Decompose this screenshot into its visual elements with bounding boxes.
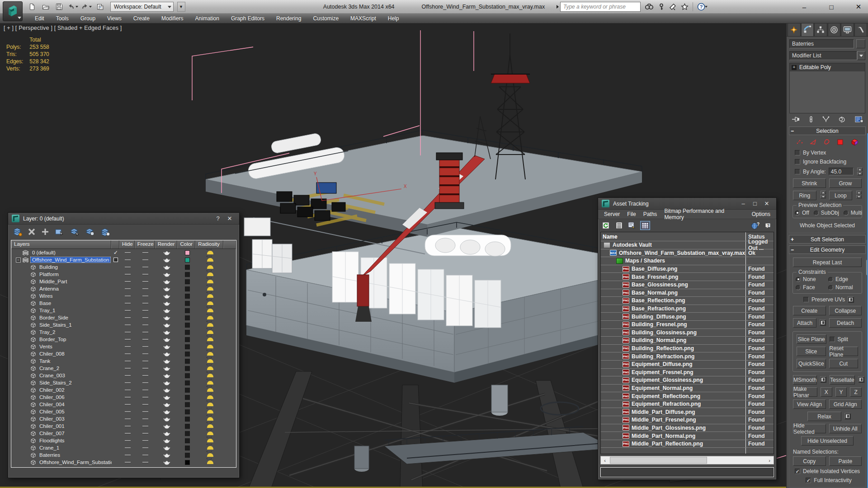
layer-row-offshore_wind_farm_substation[interactable]: −Offshore_Wind_Farm_Substation [11, 256, 236, 263]
create-layer-button[interactable] [13, 227, 23, 236]
color-swatch[interactable] [178, 408, 196, 415]
by-angle-spinner[interactable] [857, 168, 863, 175]
tab-create[interactable] [788, 23, 801, 36]
layer-name[interactable]: Chiler_002 [38, 387, 66, 393]
hide-toggle[interactable] [120, 451, 135, 459]
color-swatch[interactable] [178, 365, 196, 372]
menu-maxscript[interactable]: MAXScript [344, 14, 382, 23]
radiosity-toggle[interactable] [196, 459, 224, 466]
freeze-toggle[interactable] [135, 408, 156, 415]
asset-name[interactable]: Building_Reflection.png [632, 345, 694, 352]
slice-plane-button[interactable]: Slice Plane [797, 334, 826, 344]
render-toggle[interactable] [156, 357, 178, 365]
render-toggle[interactable] [156, 408, 178, 415]
asset-name[interactable]: Base_Diffuse.png [632, 266, 677, 272]
menu-customize[interactable]: Customize [307, 14, 344, 23]
hide-unselected-button[interactable]: Hide Unselected [801, 436, 854, 446]
asset-maximize-button[interactable]: □ [749, 200, 761, 207]
repeat-last-button[interactable]: Repeat Last [793, 258, 862, 267]
edge-mode-button[interactable] [809, 138, 817, 145]
color-swatch[interactable] [178, 307, 196, 314]
layer-name[interactable]: Vents [38, 344, 54, 349]
asset-horizontal-scrollbar[interactable]: ‹ › [600, 456, 774, 465]
modifier-stack[interactable]: + Editable Poly [789, 63, 865, 113]
hide-toggle[interactable] [120, 430, 135, 437]
preserve-uvs-checkbox[interactable] [803, 297, 809, 302]
layer-row-chiler_005[interactable]: Chiler_005 [11, 408, 236, 415]
asset-name[interactable]: Equipment_Refraction.png [632, 401, 701, 407]
hide-toggle[interactable] [120, 328, 135, 336]
msmooth-settings-button[interactable] [820, 376, 826, 383]
asset-row-equipment_refraction-png[interactable]: PNGEquipment_Refraction.pngFound [601, 400, 774, 408]
maximize-button[interactable]: □ [826, 2, 837, 12]
layer-name[interactable]: Base [38, 300, 52, 306]
asset-row-equipment_reflection-png[interactable]: PNGEquipment_Reflection.pngFound [601, 392, 774, 400]
menu-animation[interactable]: Animation [189, 14, 225, 23]
save-file-button[interactable] [53, 1, 65, 12]
render-toggle[interactable] [156, 343, 178, 350]
asset-name[interactable]: Maps / Shaders [625, 258, 665, 264]
layer-column-Freeze[interactable]: Freeze [135, 240, 155, 249]
tab-motion[interactable] [828, 23, 841, 36]
freeze-toggle[interactable] [135, 430, 156, 437]
asset-column-name[interactable]: Name [601, 234, 745, 240]
object-color-swatch[interactable] [856, 39, 865, 48]
render-toggle[interactable] [156, 292, 178, 300]
asset-row-equipment_glossiness-png[interactable]: PNGEquipment_Glossiness.pngFound [601, 376, 774, 384]
layer-row-offshore_wind_farm_substation[interactable]: Offshore_Wind_Farm_Substation [11, 459, 236, 466]
copy-button[interactable]: Copy [793, 456, 826, 466]
collapse-button[interactable]: Collapse [829, 306, 862, 315]
color-swatch[interactable] [178, 271, 196, 278]
render-toggle[interactable] [156, 437, 178, 444]
layer-row-border_top[interactable]: Border_Top [11, 336, 236, 343]
layer-row-vents[interactable]: Vents [11, 343, 236, 350]
close-button[interactable]: ✕ [853, 2, 864, 12]
layer-row-base[interactable]: Base [11, 300, 236, 307]
asset-name[interactable]: Base_Normal.png [632, 290, 678, 296]
split-checkbox[interactable] [830, 337, 835, 342]
asset-row-base_fresnel-png[interactable]: PNGBase_Fresnel.pngFound [601, 272, 774, 281]
color-swatch[interactable] [178, 386, 196, 394]
layer-row-side_stairs_1[interactable]: Side_Stairs_1 [11, 321, 236, 328]
tab-display[interactable] [841, 23, 854, 36]
hide-toggle[interactable] [120, 271, 135, 278]
asset-row-base_glossiness-png[interactable]: PNGBase_Glossiness.pngFound [601, 281, 774, 289]
asset-row-middle_part_diffuse-png[interactable]: PNGMiddle_Part_Diffuse.pngFound [601, 408, 774, 416]
layer-row-tray_2[interactable]: Tray_2 [11, 328, 236, 336]
hide-toggle[interactable] [120, 314, 135, 321]
unhide-all-button[interactable]: Unhide All [829, 424, 862, 433]
color-swatch[interactable] [178, 285, 196, 292]
layer-name[interactable]: Side_Stairs_2 [38, 380, 73, 385]
asset-row-base_reflection-png[interactable]: PNGBase_Reflection.pngFound [601, 296, 774, 305]
layer-row-antenna[interactable]: Antenna [11, 285, 236, 292]
asset-name[interactable]: Middle_Part_Fresnel.png [632, 417, 696, 423]
relax-settings-button[interactable] [844, 413, 851, 419]
layer-name[interactable]: Baterries [38, 452, 61, 458]
layer-row-side_stairs_2[interactable]: Side_Stairs_2 [11, 379, 236, 386]
color-swatch[interactable] [178, 459, 196, 466]
asset-list[interactable]: Name Status Autodesk VaultLogged Out ...… [600, 232, 774, 454]
reset-plane-button[interactable]: Reset Plane [829, 347, 859, 356]
attach-settings-button[interactable] [820, 319, 826, 326]
toolbar-expander-button[interactable]: ▼ [177, 2, 185, 12]
layer-row-floodlights[interactable]: Floodlights [11, 437, 236, 444]
color-swatch[interactable] [178, 256, 196, 263]
color-swatch[interactable] [178, 415, 196, 422]
element-mode-button[interactable] [850, 138, 859, 145]
hide-toggle[interactable] [120, 285, 135, 292]
asset-row-building_glossiness-png[interactable]: PNGBuilding_Glossiness.pngFound [601, 328, 774, 337]
freeze-toggle[interactable] [135, 437, 156, 444]
detach-button[interactable]: Detach [829, 318, 862, 328]
asset-row-middle_part_reflection-png[interactable]: PNGMiddle_Part_Reflection.pngFound [601, 440, 774, 448]
preserve-uvs-settings-button[interactable] [848, 296, 854, 303]
help-button[interactable]: ? [697, 3, 709, 11]
list-view-button[interactable] [614, 221, 624, 230]
search-binoculars-icon[interactable] [645, 3, 654, 10]
current-layer-check-icon[interactable]: ✓ [113, 249, 118, 256]
freeze-toggle[interactable] [135, 292, 156, 300]
hide-toggle[interactable] [120, 437, 135, 444]
freeze-toggle[interactable] [135, 459, 156, 466]
freeze-toggle[interactable] [135, 307, 156, 314]
render-toggle[interactable] [156, 314, 178, 321]
color-swatch[interactable] [178, 401, 196, 408]
